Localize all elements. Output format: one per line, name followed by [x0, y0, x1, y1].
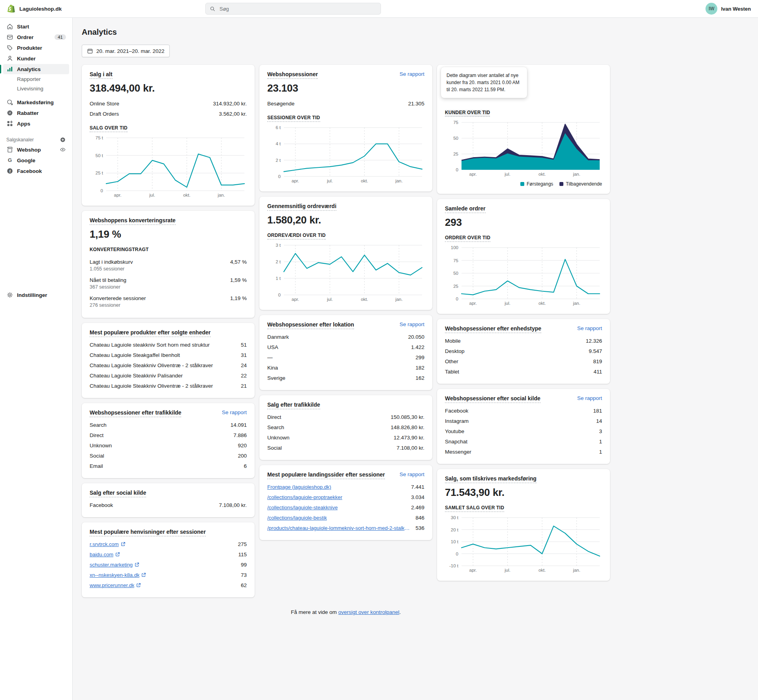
row-value: 182 — [415, 365, 424, 371]
list-item: Instagram14 — [445, 416, 602, 426]
card-title[interactable]: Webshoppens konverteringsrate — [90, 217, 176, 223]
row-value: 1,59 % — [230, 277, 247, 283]
list-item: USA1.422 — [267, 342, 424, 352]
sidebar-item-rapporter[interactable]: Rapporter — [3, 75, 69, 84]
list-item: /products/chateau-laguiole-lommekniv-sor… — [267, 523, 424, 533]
row-link[interactable]: www.pricerunner.dk — [90, 582, 134, 588]
shop-home-link[interactable]: Laguioleshop.dk — [0, 4, 62, 13]
chart-legend: Førstegangs Tilbagevendende — [445, 181, 602, 187]
sidebar-item-apps[interactable]: Apps — [3, 118, 69, 129]
card-title[interactable]: Webshopsessioner — [267, 71, 318, 77]
total-orders-card: Samlede ordrer 293 ORDRER OVER TID apr.j… — [437, 199, 610, 314]
card-title[interactable]: Mest populære landingssider efter sessio… — [267, 471, 385, 478]
chart-subtitle[interactable]: ORDRER OVER TID — [445, 235, 602, 240]
chart-subtitle[interactable]: SALG OVER TID — [90, 125, 247, 131]
row-value: 62 — [241, 582, 247, 588]
row-label: Unknown — [90, 443, 112, 449]
svg-text:3 t: 3 t — [276, 243, 281, 248]
row-link[interactable]: baidu.com — [90, 552, 113, 557]
sidebar-item-indstillinger[interactable]: Indstillinger — [3, 290, 69, 300]
date-range-button[interactable]: 20. mar. 2021–20. mar. 2022 — [82, 45, 170, 57]
list-item: Direct7.886 — [90, 430, 247, 440]
see-report-link[interactable]: Se rapport — [400, 71, 424, 77]
row-link[interactable]: /collections/laguiole-proptraekker — [267, 494, 342, 500]
external-link-icon — [115, 552, 120, 557]
row-label: Danmark — [267, 334, 289, 340]
see-report-link[interactable]: Se rapport — [400, 471, 424, 477]
sidebar-item-analytics[interactable]: Analytics — [3, 64, 69, 74]
card-title[interactable]: Mest populære henvisninger efter session… — [90, 529, 206, 535]
card-title[interactable]: Webshopsessioner efter trafikkilde — [90, 409, 181, 416]
row-label: Chateau Laguiole Steakkniv Oliventræ - 2… — [90, 362, 213, 368]
search-input[interactable] — [219, 6, 377, 12]
see-report-link[interactable]: Se rapport — [222, 409, 247, 415]
sessions-by-location-card: Webshopsessioner efter lokation Se rappo… — [259, 315, 432, 390]
sidebar-item-start[interactable]: Start — [3, 21, 69, 32]
sidebar-item-markedsforing[interactable]: Markedsføring — [3, 97, 69, 107]
conversion-rate-value: 1,19 % — [90, 228, 247, 240]
chart-subtitle[interactable]: ORDREVÆRDI OVER TID — [267, 233, 424, 238]
row-value: 148.826,80 kr. — [390, 424, 424, 430]
gear-icon — [6, 291, 13, 298]
card-title[interactable]: Webshopsessioner efter lokation — [267, 321, 354, 328]
row-label: — — [267, 355, 273, 360]
dashboard-help-link[interactable]: oversigt over kontrolpanel — [338, 609, 400, 615]
see-report-link[interactable]: Se rapport — [400, 321, 424, 327]
sidebar-item-ordrer[interactable]: Ordrer 41 — [3, 32, 69, 42]
card-title[interactable]: Salg efter social kilde — [90, 490, 146, 496]
chart-subtitle[interactable]: SAMLET SALG OVER TID — [445, 505, 602, 510]
see-report-link[interactable]: Se rapport — [577, 325, 602, 331]
list-item: Nået til betaling367 sessioner1,59 % — [90, 274, 247, 293]
orders-count-badge: 41 — [54, 34, 66, 40]
row-link[interactable]: /products/chateau-laguiole-lommekniv-sor… — [267, 525, 411, 531]
sidebar-item-produkter[interactable]: Produkter — [3, 43, 69, 53]
card-title[interactable]: Mest populære produkter efter solgte enh… — [90, 329, 211, 336]
list-item: Chateau Laguiole Steakkniv Oliventræ - 2… — [90, 360, 247, 370]
sidebar-item-rabatter[interactable]: Rabatter — [3, 108, 69, 118]
card-title[interactable]: Gennemsnitlig ordreværdi — [267, 203, 336, 209]
sessions-value: 23.103 — [267, 82, 424, 94]
svg-text:okt.: okt. — [538, 301, 546, 306]
sidebar-item-webshop[interactable]: Webshop — [3, 145, 69, 155]
card-title[interactable]: Salg i alt — [90, 71, 113, 77]
sessions-by-social-card: Webshopsessioner efter social kilde Se r… — [437, 389, 610, 464]
card-title[interactable]: Salg efter trafikkilde — [267, 402, 320, 408]
see-report-link[interactable]: Se rapport — [577, 395, 602, 401]
global-search[interactable] — [205, 3, 381, 15]
orders-over-time-chart: apr.jul.okt.jan.1007550250 — [445, 244, 602, 307]
row-link[interactable]: schuster.marketing — [90, 562, 133, 568]
sidebar-item-facebook[interactable]: f Facebook — [3, 166, 69, 176]
sales-by-social-card: Salg efter social kilde Facebook7.108,00… — [82, 483, 255, 517]
card-title[interactable]: Samlede ordrer — [445, 205, 486, 212]
card-title[interactable]: Webshopsessioner efter enhedstype — [445, 325, 541, 332]
chart-subtitle[interactable]: KUNDER OVER TID — [445, 110, 602, 115]
svg-text:25: 25 — [453, 284, 458, 289]
row-value: 12.473,90 kr. — [394, 435, 424, 441]
svg-text:okt.: okt. — [361, 178, 368, 183]
row-link[interactable]: r.srvtrck.com — [90, 541, 119, 547]
card-title[interactable]: Webshopsessioner efter social kilde — [445, 395, 540, 402]
card-title[interactable]: Salg, som tilskrives markedsføring — [445, 475, 537, 482]
view-webshop-eye-icon[interactable] — [60, 146, 66, 153]
row-link[interactable]: /collections/laguiole-bestik — [267, 515, 327, 521]
row-value: 181 — [593, 408, 602, 414]
row-link[interactable]: /collections/laguiole-steakknive — [267, 505, 338, 510]
row-label: Unknown — [267, 435, 289, 441]
sidebar-item-google[interactable]: G Google — [3, 155, 69, 165]
top-products-card: Mest populære produkter efter solgte enh… — [82, 323, 255, 398]
row-value: 819 — [593, 358, 602, 364]
user-menu[interactable]: IW Ivan Westen — [705, 3, 751, 15]
sidebar-item-livevisning[interactable]: Livevisning — [3, 84, 69, 93]
add-channel-button[interactable] — [60, 137, 66, 143]
chart-subtitle[interactable]: SESSIONER OVER TID — [267, 115, 424, 120]
shop-name: Laguioleshop.dk — [19, 6, 62, 12]
list-item: Besøgende21.305 — [267, 98, 424, 109]
orders-icon — [6, 34, 13, 41]
row-value: 20.050 — [408, 334, 424, 340]
sidebar-item-kunder[interactable]: Kunder — [3, 53, 69, 64]
row-value: 1 — [599, 449, 602, 455]
list-item: Konverterede sessioner276 sessioner1,19 … — [90, 293, 247, 311]
external-link-icon — [121, 542, 126, 546]
row-link[interactable]: xn--nskeskyen-k8a.dk — [90, 572, 139, 578]
row-link[interactable]: Frontpage (laguioleshop.dk) — [267, 484, 331, 490]
